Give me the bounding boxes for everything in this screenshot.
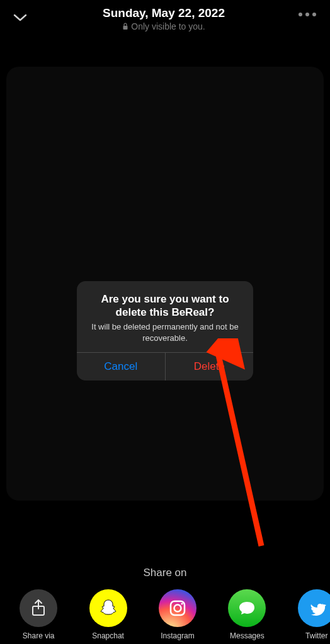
delete-button[interactable]: Delete <box>166 353 254 380</box>
dialog-message: It will be deleted permanently and not b… <box>87 321 243 343</box>
confirm-dialog: Are you sure you want to delete this BeR… <box>77 281 253 381</box>
dialog-title: Are you sure you want to delete this BeR… <box>87 292 243 319</box>
cancel-button[interactable]: Cancel <box>77 353 166 380</box>
dialog-overlay: Are you sure you want to delete this BeR… <box>0 0 330 644</box>
dialog-content: Are you sure you want to delete this BeR… <box>77 281 253 353</box>
dialog-buttons: Cancel Delete <box>77 352 253 380</box>
